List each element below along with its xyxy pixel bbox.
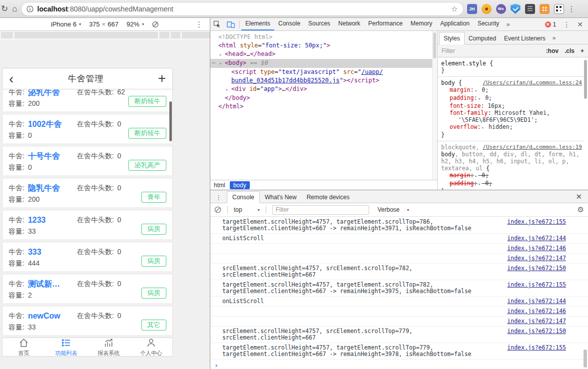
dom-tree-line[interactable]: </html> (210, 102, 433, 111)
tab-memory[interactable]: Memory (407, 18, 436, 30)
console-close-icon[interactable]: ✕ (570, 191, 588, 203)
source-link[interactable]: index.js?e672:150 (507, 265, 566, 272)
elements-scrollbar-thumb[interactable] (433, 32, 436, 58)
ext-orange-icon[interactable] (540, 4, 550, 14)
css-property[interactable]: margin:▸ 0; (441, 172, 582, 180)
home-icon[interactable]: ⌂ (12, 4, 17, 13)
expand-value-icon[interactable]: ▸ (477, 96, 482, 101)
expand-arrow-icon[interactable]: ▸ (226, 85, 231, 94)
dom-tree-line[interactable]: ▸<div id="app">…</div> (210, 85, 433, 94)
devtools-close-icon[interactable]: ✕ (574, 20, 586, 28)
ext-shield-icon[interactable] (511, 4, 521, 14)
styles-scrollbar-thumb[interactable] (584, 60, 587, 99)
device-toolbar-icon[interactable] (224, 21, 238, 28)
device-select[interactable]: iPhone 6▾ (51, 20, 81, 28)
browser-menu-icon[interactable]: ⋮ (568, 5, 576, 12)
bookmark-star-icon[interactable]: ☆ (451, 4, 458, 13)
console-settings-icon[interactable]: ⚙ (578, 205, 584, 214)
console-prompt[interactable]: › (210, 360, 588, 369)
cowshed-list-item[interactable]: 牛舍:newCow在舍牛头数:0容量:33其它 (2, 307, 173, 335)
media-query-bar[interactable] (0, 31, 210, 40)
breadcrumb-html[interactable]: html (210, 181, 229, 189)
expand-value-icon[interactable]: ▸ (474, 174, 478, 178)
source-link[interactable]: index.js?e672:155 (507, 282, 566, 288)
ext-film-icon[interactable] (525, 4, 535, 14)
app-tab-person[interactable]: 个人中心 (130, 338, 172, 356)
inspect-icon[interactable] (210, 20, 224, 28)
app-scrollbar-thumb[interactable] (169, 101, 172, 141)
cowshed-list-item[interactable]: 牛舍:1002牛舍在舍牛头数:0容量:0断奶犊牛 (2, 115, 173, 143)
styles-filter-input[interactable]: Filter (442, 47, 546, 54)
cowshed-list-item[interactable]: 牛舍:十号牛舍在舍牛头数:0容量:0泌乳高产 (2, 147, 173, 175)
more-tabs-icon[interactable]: » (503, 20, 513, 28)
css-property[interactable]: padding:▸ 0; (441, 180, 582, 188)
tab-application[interactable]: Application (436, 18, 474, 30)
styles-toggle[interactable]: .cls (565, 47, 575, 54)
media-query-segment[interactable] (182, 32, 210, 38)
dom-tree-line[interactable]: ▸<head>…</head> (210, 50, 433, 59)
clear-console-icon[interactable] (214, 206, 221, 213)
styles-more-tabs-icon[interactable]: » (550, 32, 559, 44)
styles-toggle[interactable]: + (581, 47, 584, 54)
media-query-segment[interactable] (14, 32, 158, 38)
tab-event-listeners[interactable]: Event Listeners (500, 32, 550, 44)
elements-scrollbar[interactable] (432, 31, 437, 180)
back-button[interactable]: ‹ (9, 70, 13, 88)
ext-ws-icon[interactable]: Ws (496, 4, 506, 14)
dom-tree-line[interactable]: <script type="text/javascript" src="/uap… (210, 68, 433, 76)
ext-jh-icon[interactable]: JH (467, 4, 477, 14)
tab-performance[interactable]: Performance (364, 18, 407, 30)
app-tab-chart[interactable]: 报表系统 (87, 338, 130, 356)
tab-sources[interactable]: Sources (304, 18, 334, 30)
tab-computed[interactable]: Computed (465, 32, 500, 44)
cowshed-list-item[interactable]: 牛舍:333在舍牛头数:0容量:444病房 (2, 243, 173, 271)
tab-elements[interactable]: Elements (241, 18, 274, 30)
css-property[interactable]: font-size: 16px; (441, 102, 582, 109)
app-tab-home[interactable]: 首页 (2, 338, 45, 356)
source-link[interactable]: index.js?e672:155 (507, 345, 566, 351)
console-filter-input[interactable]: Filter (272, 205, 369, 215)
rotate-icon[interactable] (152, 21, 159, 28)
expand-value-icon[interactable]: ▸ (477, 182, 482, 186)
styles-toggle[interactable]: :hov (546, 47, 559, 54)
error-count-badge[interactable]: ✕1 (542, 21, 560, 28)
tab-what-s-new[interactable]: What's New (260, 192, 302, 203)
source-link[interactable]: index.js?e672:144 (507, 235, 566, 242)
expand-value-icon[interactable]: ▸ (481, 125, 485, 130)
log-level-select[interactable]: Verbose▾ (378, 206, 409, 213)
media-query-segment[interactable] (171, 32, 180, 38)
dom-tree-line[interactable]: bundle_034d51b17dd4bb825520.js"></script… (210, 76, 433, 85)
css-property[interactable]: font-family: Microsoft Yahei, (441, 109, 582, 116)
app-tab-list[interactable]: 功能列表 (45, 338, 87, 356)
collapse-arrow-icon[interactable]: ▾ (219, 59, 225, 68)
css-property[interactable]: margin:▸ 0; (441, 86, 582, 94)
rule-selector[interactable]: body { (441, 79, 462, 86)
dom-tree-line[interactable]: <html style="font-size: 50px;"> (210, 41, 433, 50)
devtools-menu-icon[interactable]: ⋮ (560, 20, 573, 28)
device-toolbar-menu-icon[interactable]: ⋮ (195, 20, 203, 29)
media-query-segment[interactable] (1, 32, 13, 38)
source-link[interactable]: index.js?e672:155 (507, 219, 566, 225)
breadcrumb-body[interactable]: body (230, 181, 250, 189)
media-query-segment[interactable] (159, 32, 169, 38)
cowshed-list-item[interactable]: 牛舍:隐乳牛舍在舍牛头数:0容量:200青年 (2, 179, 173, 207)
tab-security[interactable]: Security (474, 18, 503, 30)
console-menu-icon[interactable]: ⋮ (210, 192, 227, 203)
context-select[interactable]: top▾ (234, 206, 260, 213)
tab-console[interactable]: Console (274, 18, 304, 30)
ext-bird-icon[interactable] (482, 4, 492, 14)
tab-network[interactable]: Network (334, 18, 364, 30)
reload-icon[interactable]: ↻ (1, 4, 8, 13)
cowshed-list-item[interactable]: 牛舍:泌乳牛舍在舍牛头数:62容量:200断奶犊牛 (2, 89, 173, 111)
stylesheet-link[interactable]: /Users/crifan/d…common.less:19 (483, 144, 582, 151)
expand-arrow-icon[interactable]: ▸ (219, 50, 225, 59)
source-link[interactable]: index.js?e672:146 (507, 308, 566, 315)
cowshed-list-item[interactable]: 牛舍:测试新…在舍牛头数:0容量:2病房 (2, 275, 173, 303)
expand-value-icon[interactable]: ▸ (474, 88, 478, 93)
cowshed-list-item[interactable]: 牛舍:1233在舍牛头数:0容量:33病房 (2, 211, 173, 239)
stylesheet-link[interactable]: /Users/crifan/d…common.less:24 (483, 79, 582, 86)
rule-selector[interactable]: element.style { (441, 60, 493, 67)
tab-remote-devices[interactable]: Remote devices (302, 192, 355, 203)
source-link[interactable]: index.js?e672:144 (507, 298, 566, 305)
address-bar[interactable]: localhost:8080/uapp/cowshedManagement ☆ (21, 2, 463, 15)
